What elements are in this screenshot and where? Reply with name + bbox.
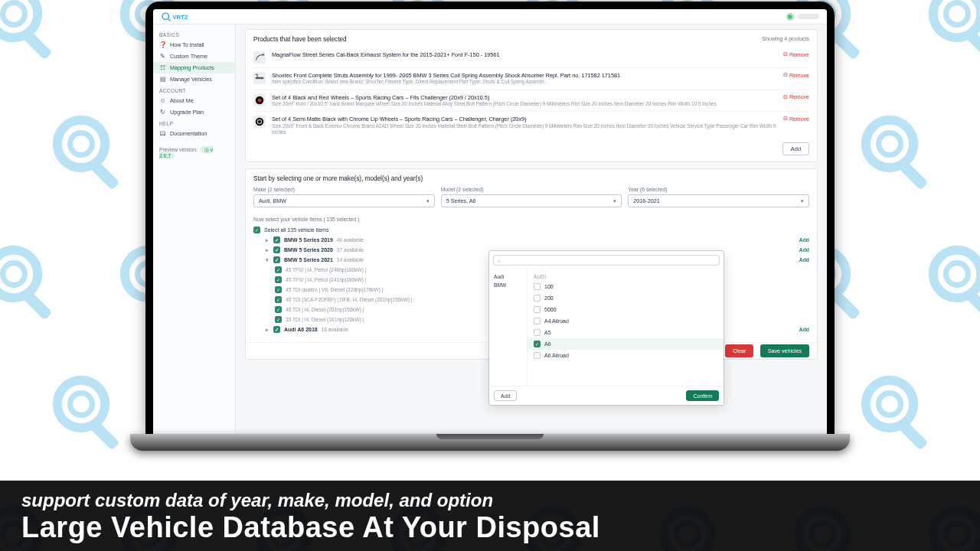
svg-rect-2	[22, 31, 52, 60]
dropdown-make-item[interactable]: Audi	[489, 272, 527, 281]
product-row: Shoxtec Front Complete Struts Assembly f…	[253, 67, 809, 90]
dropdown-option[interactable]: A6 Allroad	[528, 350, 724, 361]
year-select[interactable]: 2016-2021	[628, 194, 809, 207]
group-add-button[interactable]: Add	[799, 257, 809, 262]
option-label: A4 Allroad	[544, 318, 569, 324]
product-title: Set of 4 Black and Red Wheels – Sports R…	[272, 94, 777, 101]
chevron-icon: ▾	[264, 257, 270, 263]
dropdown-option[interactable]: A4 Allroad	[528, 315, 724, 327]
svg-point-75	[57, 380, 105, 428]
sidebar: BASICS❓How To Install✎Custom Theme☷Mappi…	[153, 24, 236, 434]
option-checkbox[interactable]	[534, 306, 541, 313]
products-count: Showing 4 products	[763, 36, 809, 41]
user-menu[interactable]	[798, 14, 819, 19]
vehicle-item-label: 45 TFSI | I4, Petrol (246hp|180kW) |	[286, 267, 366, 272]
sidebar-item[interactable]: ☺About Me	[153, 95, 235, 106]
group-add-button[interactable]: Add	[799, 247, 809, 253]
vehicle-item-label: 40 TDi | I4, Diesel (201hp|150kW) |	[286, 307, 364, 312]
option-checkbox[interactable]	[534, 318, 541, 324]
svg-point-70	[946, 263, 969, 285]
add-product-button[interactable]: Add	[782, 142, 809, 155]
app-screen: VRTZ D BASICS❓How To Install✎Custom Them…	[153, 9, 827, 434]
product-sub: Size 20x9" Front & Back Exterior Chrome …	[272, 123, 777, 135]
select-all-checkbox: ✓	[253, 227, 260, 233]
sidebar-item[interactable]: 🕮Documentation	[153, 128, 235, 139]
item-checkbox[interactable]: ✓	[275, 306, 282, 313]
select-all-row[interactable]: ✓ Select all 135 vehicle items	[253, 225, 809, 235]
vehicle-group-row[interactable]: ▸✓BMW 5 Series 2019 46 availableAdd	[253, 235, 809, 245]
option-checkbox[interactable]	[534, 283, 541, 290]
dropdown-make-item[interactable]: BMW	[489, 281, 527, 289]
remove-button[interactable]: Remove	[783, 94, 809, 100]
sidebar-item[interactable]: ☷Mapping Products	[153, 62, 235, 73]
item-checkbox[interactable]: ✓	[275, 296, 282, 303]
sidebar-item[interactable]: ❓How To Install	[153, 39, 235, 51]
group-add-button[interactable]: Add	[799, 327, 809, 332]
dropdown-option[interactable]: 100	[528, 281, 724, 292]
group-title: BMW 5 Series 2021	[284, 257, 333, 262]
dropdown-search[interactable]: ⌕	[493, 255, 720, 266]
svg-line-121	[168, 18, 171, 21]
products-title: Products that have been selected	[253, 36, 347, 43]
sidebar-item-label: How To Install	[170, 41, 204, 48]
dropdown-option[interactable]: A5	[528, 327, 724, 338]
svg-point-1	[3, 3, 25, 25]
clear-button[interactable]: Clear	[725, 344, 753, 357]
svg-point-93	[866, 380, 913, 428]
main-panel: Products that have been selected Showing…	[236, 24, 827, 434]
sidebar-section-label: ACCOUNT	[153, 85, 235, 95]
caption-main: Large Vehicle Database At Your Disposal	[21, 513, 959, 543]
save-vehicles-button[interactable]: Save vehicles	[760, 344, 809, 357]
product-sub: Item specifics Condition: Brand new Bran…	[272, 79, 777, 85]
dropdown-option[interactable]: 5000	[528, 304, 724, 315]
group-checkbox[interactable]: ✓	[273, 326, 280, 333]
group-checkbox[interactable]: ✓	[273, 236, 280, 243]
svg-text:VRTZ: VRTZ	[172, 13, 188, 20]
option-checkbox[interactable]	[534, 352, 541, 359]
option-checkbox[interactable]: ✓	[534, 341, 541, 347]
option-label: A6	[544, 341, 551, 347]
svg-point-94	[879, 393, 901, 416]
dropdown-option[interactable]: ✓A6	[528, 338, 724, 350]
svg-rect-124	[256, 77, 264, 79]
svg-point-126	[258, 98, 262, 102]
option-checkbox[interactable]	[534, 295, 541, 302]
item-checkbox[interactable]: ✓	[275, 266, 282, 273]
item-checkbox[interactable]: ✓	[275, 316, 282, 323]
product-thumb	[253, 72, 266, 84]
make-label: Make (2 selected)	[253, 187, 435, 192]
group-checkbox[interactable]: ✓	[273, 256, 280, 263]
product-thumb	[253, 51, 266, 64]
item-checkbox[interactable]: ✓	[275, 276, 282, 283]
sidebar-item-label: Documentation	[170, 130, 207, 137]
user-avatar[interactable]: D	[786, 13, 794, 21]
sidebar-item[interactable]: ↻Upgrade Plan	[153, 106, 235, 118]
model-select[interactable]: 5 Series, A6	[441, 194, 622, 207]
sidebar-section-label: HELP	[153, 118, 235, 128]
option-label: A5	[544, 330, 551, 335]
sidebar-icon: ❓	[159, 41, 166, 48]
item-checkbox[interactable]: ✓	[275, 286, 282, 293]
group-title: BMW 5 Series 2019	[284, 237, 333, 243]
group-checkbox[interactable]: ✓	[273, 246, 280, 253]
option-checkbox[interactable]	[534, 329, 541, 336]
remove-button[interactable]: Remove	[783, 116, 809, 122]
svg-point-46	[879, 133, 901, 155]
option-label: 200	[544, 295, 554, 301]
make-select[interactable]: Audi, BMW	[253, 194, 435, 207]
dropdown-confirm-button[interactable]: Confirm	[686, 390, 719, 401]
remove-button[interactable]: Remove	[783, 72, 809, 78]
remove-button[interactable]: Remove	[783, 51, 809, 57]
dropdown-option[interactable]: 200	[528, 292, 724, 304]
option-label: 5000	[544, 307, 557, 312]
dropdown-add-button[interactable]: Add	[494, 390, 517, 401]
sidebar-item[interactable]: ✎Custom Theme	[153, 51, 235, 62]
sidebar-icon: ▤	[159, 76, 166, 83]
selection-title: Start by selecting one or more make(s), …	[253, 175, 809, 182]
product-row: MagnaFlow Street Series Cat-Back Exhaust…	[253, 47, 809, 67]
sidebar-item[interactable]: ▤Manage Vehicles	[153, 73, 235, 85]
option-label: 100	[544, 284, 554, 289]
svg-point-76	[70, 393, 93, 416]
topbar: VRTZ D	[153, 9, 827, 24]
group-add-button[interactable]: Add	[799, 237, 809, 243]
